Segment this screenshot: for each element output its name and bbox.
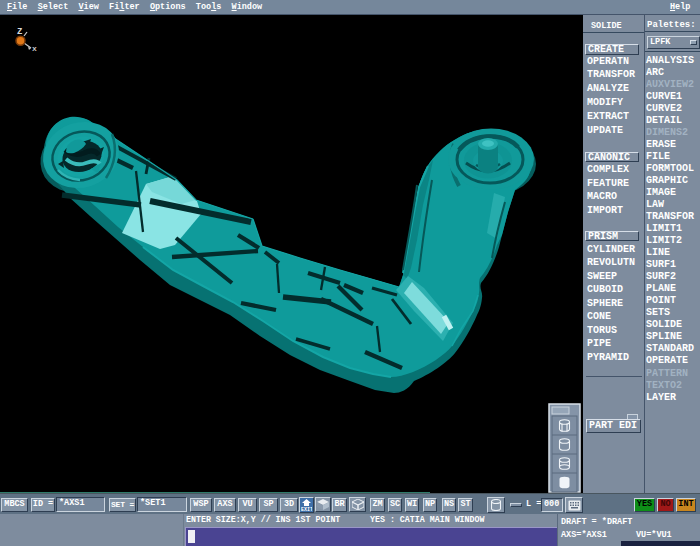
svg-text:EXIT: EXIT <box>301 507 312 512</box>
